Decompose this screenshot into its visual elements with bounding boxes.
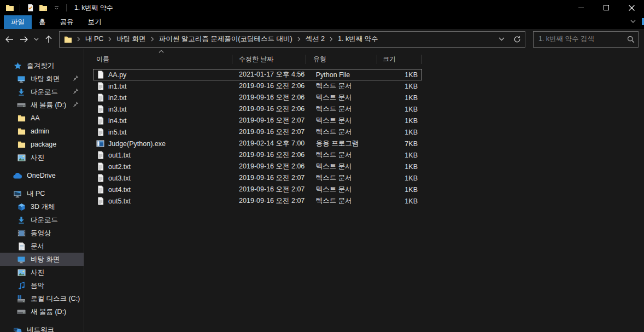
- sidebar-item[interactable]: 새 볼륨 (D:): [0, 98, 84, 112]
- titlebar-separator: [20, 4, 20, 11]
- file-size: 1KB: [377, 71, 421, 79]
- sidebar-item[interactable]: 3D 개체: [0, 200, 84, 213]
- breadcrumb-item[interactable]: 1. k번째 약수: [335, 32, 382, 47]
- new-folder-icon[interactable]: [38, 3, 48, 13]
- file-row[interactable]: in4.txt2019-09-16 오전 2:07텍스트 문서1KB: [93, 115, 422, 126]
- minimize-button[interactable]: [569, 0, 594, 15]
- sidebar-item[interactable]: 바탕 화면: [0, 253, 84, 266]
- breadcrumb-item[interactable]: 바탕 화면: [113, 32, 149, 47]
- ribbon-tab[interactable]: 보기: [81, 15, 109, 29]
- sidebar-item[interactable]: 로컬 디스크 (C:): [0, 292, 84, 305]
- sidebar-item[interactable]: 내 PC: [0, 187, 84, 200]
- search-box[interactable]: 1. k번째 약수 검색: [533, 31, 639, 48]
- column-header[interactable]: 유형: [306, 55, 377, 64]
- sidebar-item[interactable]: OneDrive: [0, 169, 84, 182]
- file-rows: AA.py2021-01-17 오후 4:56Python File1KBin1…: [93, 69, 422, 207]
- sidebar-item[interactable]: AA: [0, 112, 84, 125]
- sidebar-item[interactable]: 다운로드: [0, 213, 84, 226]
- sidebar-item[interactable]: 동영상: [0, 226, 84, 240]
- breadcrumb-item[interactable]: 파이썬 알고리즘 문제풀이(코딩테스트 대비): [156, 32, 296, 47]
- file-date: 2019-09-16 오전 2:06: [232, 150, 306, 160]
- file-name: out1.txt: [108, 152, 131, 159]
- breadcrumb-chevron-icon[interactable]: [328, 37, 335, 42]
- star-icon: [13, 61, 22, 70]
- up-button[interactable]: [41, 32, 56, 47]
- recent-locations-chevron-icon[interactable]: [31, 32, 41, 47]
- breadcrumb-item[interactable]: 섹션 2: [302, 32, 328, 47]
- explorer-body: 즐겨찾기바탕 화면다운로드새 볼륨 (D:)AAadminpackage사진On…: [0, 49, 644, 332]
- folder-icon: [17, 114, 26, 123]
- properties-icon[interactable]: [25, 3, 35, 13]
- maximize-button[interactable]: [594, 0, 619, 15]
- refresh-icon[interactable]: [510, 32, 525, 47]
- navigation-bar: 내 PC바탕 화면파이썬 알고리즘 문제풀이(코딩테스트 대비)섹션 21. k…: [0, 29, 644, 49]
- file-row[interactable]: AA.py2021-01-17 오후 4:56Python File1KB: [93, 69, 422, 80]
- sidebar-item[interactable]: 문서: [0, 240, 84, 253]
- file-row[interactable]: out2.txt2019-09-16 오전 2:06텍스트 문서1KB: [93, 161, 422, 172]
- file-type: 텍스트 문서: [306, 93, 377, 102]
- sidebar-item[interactable]: 바탕 화면: [0, 72, 84, 85]
- file-date: 2019-09-16 오전 2:06: [232, 162, 306, 171]
- window-controls: [569, 0, 644, 15]
- sidebar-item[interactable]: admin: [0, 125, 84, 138]
- file-row[interactable]: out4.txt2019-09-16 오전 2:07텍스트 문서1KB: [93, 184, 422, 195]
- file-size: 1KB: [377, 117, 421, 125]
- file-row[interactable]: in3.txt2019-09-16 오전 2:06텍스트 문서1KB: [93, 103, 422, 115]
- file-type: 텍스트 문서: [306, 127, 377, 137]
- file-name: AA.py: [108, 71, 126, 79]
- file-row[interactable]: in1.txt2019-09-16 오전 2:06텍스트 문서1KB: [93, 80, 422, 92]
- file-row[interactable]: in5.txt2019-09-16 오전 2:07텍스트 문서1KB: [93, 126, 422, 138]
- file-size: 1KB: [377, 186, 421, 194]
- help-icon[interactable]: [642, 18, 644, 25]
- download-icon: [17, 215, 26, 224]
- address-bar[interactable]: 내 PC바탕 화면파이썬 알고리즘 문제풀이(코딩테스트 대비)섹션 21. k…: [59, 31, 525, 48]
- sidebar-item[interactable]: 음악: [0, 279, 84, 292]
- file-type: 텍스트 문서: [306, 81, 377, 91]
- breadcrumb-chevron-icon[interactable]: [296, 37, 302, 42]
- sidebar-item[interactable]: 새 볼륨 (D:): [0, 305, 84, 318]
- file-name: Judge(Python).exe: [108, 140, 166, 148]
- title-bar: 1. k번째 약수: [0, 0, 644, 15]
- ribbon-tab[interactable]: 홈: [32, 15, 53, 29]
- music-icon: [17, 281, 26, 290]
- search-icon[interactable]: [627, 36, 635, 43]
- breadcrumb-chevron-icon[interactable]: [149, 37, 156, 42]
- file-date: 2019-09-16 오전 2:06: [232, 93, 306, 102]
- customize-chevron-icon[interactable]: [51, 3, 61, 13]
- sidebar-item[interactable]: 다운로드: [0, 85, 84, 98]
- back-button[interactable]: [2, 32, 17, 47]
- column-header[interactable]: 크기: [377, 55, 422, 64]
- file-type: 텍스트 문서: [306, 162, 377, 171]
- text-file-icon: [96, 151, 104, 160]
- explorer-app-icon: [5, 3, 15, 13]
- breadcrumb-item[interactable]: 내 PC: [82, 32, 107, 47]
- text-file-icon: [96, 82, 104, 91]
- file-row[interactable]: out5.txt2019-09-16 오전 2:07텍스트 문서1KB: [93, 195, 422, 207]
- column-header[interactable]: 수정한 날짜: [232, 55, 306, 64]
- drive-icon: [17, 101, 26, 109]
- forward-button[interactable]: [17, 32, 32, 47]
- file-date: 2019-09-16 오전 2:07: [232, 185, 306, 194]
- breadcrumb-chevron-icon[interactable]: [107, 37, 113, 42]
- ribbon-tab[interactable]: 공유: [53, 15, 81, 29]
- sidebar-item[interactable]: 사진: [0, 151, 84, 164]
- expand-ribbon-chevron-icon[interactable]: [630, 19, 636, 24]
- sidebar-item[interactable]: 즐겨찾기: [0, 59, 84, 72]
- file-list-pane[interactable]: 이름수정한 날짜유형크기 AA.py2021-01-17 오후 4:56Pyth…: [84, 49, 644, 332]
- sidebar-item-label: 음악: [31, 281, 44, 290]
- sidebar-item[interactable]: 사진: [0, 266, 84, 279]
- previous-locations-chevron-icon[interactable]: [494, 32, 510, 47]
- ribbon-tab[interactable]: 파일: [4, 15, 32, 29]
- drive-icon: [17, 307, 26, 316]
- address-bar-right: [494, 32, 525, 47]
- close-button[interactable]: [619, 0, 644, 15]
- breadcrumb-chevron-icon[interactable]: [75, 37, 82, 42]
- file-row[interactable]: out1.txt2019-09-16 오전 2:06텍스트 문서1KB: [93, 149, 422, 161]
- sidebar-item[interactable]: 네트워크: [0, 323, 84, 332]
- file-icon: [96, 71, 104, 79]
- file-row[interactable]: out3.txt2019-09-16 오전 2:07텍스트 문서1KB: [93, 172, 422, 184]
- sidebar-item[interactable]: package: [0, 138, 84, 151]
- file-row[interactable]: Judge(Python).exe2019-02-14 오후 7:00응용 프로…: [93, 138, 422, 149]
- column-header[interactable]: 이름: [93, 55, 232, 64]
- file-row[interactable]: in2.txt2019-09-16 오전 2:06텍스트 문서1KB: [93, 92, 422, 103]
